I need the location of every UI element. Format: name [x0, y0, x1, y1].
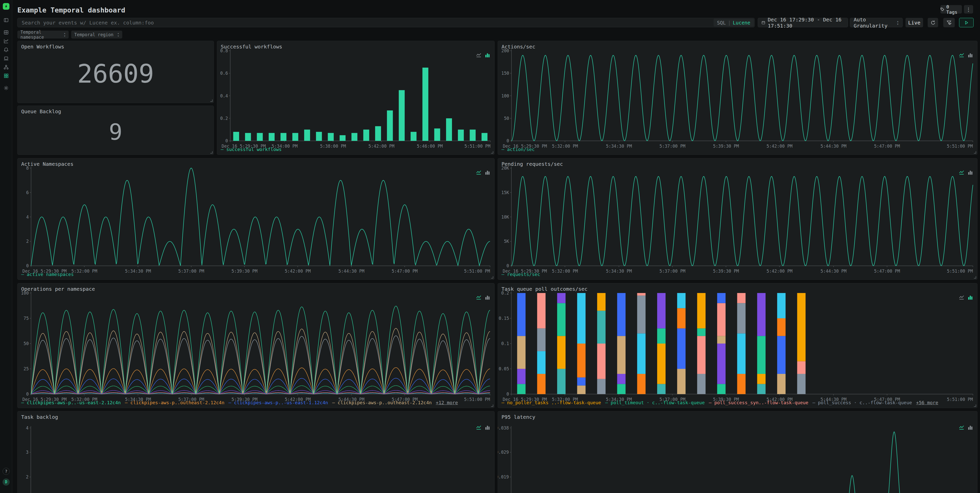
filter-button[interactable] [943, 18, 955, 27]
panel-task-queue-poll-outcomes: Task queue poll outcomes/sec 00.050.10.1… [498, 283, 977, 408]
multi-line-chart[interactable]: 0255075100Dec 16 5:29:30 PM5:32:00 PM5:3… [18, 283, 494, 408]
svg-text:5:34:30 PM: 5:34:30 PM [125, 269, 151, 274]
calendar-icon [762, 20, 765, 25]
search-input[interactable] [18, 18, 754, 27]
stat-value: 9 [18, 106, 213, 155]
panel-task-backlog: Task backlog 432 [18, 411, 495, 493]
svg-text:5:51:00 PM: 5:51:00 PM [947, 144, 973, 149]
chevron-updown-icon: ▴▾ [118, 32, 119, 38]
svg-text:5:47:00 PM: 5:47:00 PM [392, 269, 418, 274]
svg-text:5:37:00 PM: 5:37:00 PM [178, 269, 204, 274]
svg-text:5:51:00 PM: 5:51:00 PM [947, 397, 973, 402]
filter-funnel-icon [946, 20, 952, 25]
run-query-button[interactable] [959, 18, 974, 27]
live-button[interactable]: Live [905, 18, 923, 27]
tags-button[interactable]: 0 Tags [940, 5, 962, 14]
sidebar-share-nodes-icon[interactable] [3, 64, 9, 70]
svg-text:5:51:00 PM: 5:51:00 PM [947, 269, 973, 274]
svg-text:0: 0 [26, 392, 29, 396]
resize-handle[interactable] [974, 404, 976, 407]
refresh-button[interactable] [928, 18, 938, 27]
line-chart[interactable]: 050100150200Dec 16 5:29:30 PM5:32:00 PM5… [498, 41, 977, 155]
svg-text:5:37:00 PM: 5:37:00 PM [659, 269, 686, 274]
line-chart[interactable]: 0.0380.0290.019 [498, 411, 977, 493]
line-chart[interactable]: 02468Dec 16 5:29:30 PM5:32:00 PM5:34:30 … [18, 159, 494, 279]
svg-text:8: 8 [26, 165, 29, 171]
bar-chart[interactable]: 00.20.40.60.8Dec 16 5:29:30 PM5:34:00 PM… [217, 41, 494, 155]
help-icon[interactable]: ? [3, 468, 10, 475]
sidebar-chart-icon[interactable] [3, 38, 9, 44]
svg-text:5:42:00 PM: 5:42:00 PM [369, 144, 395, 149]
svg-text:5:51:00 PM: 5:51:00 PM [464, 397, 490, 402]
legend-item[interactable]: — active namespaces [21, 272, 74, 277]
resize-handle[interactable] [491, 151, 493, 154]
legend-more-link[interactable]: +56 more [916, 400, 939, 405]
svg-text:5:39:30 PM: 5:39:30 PM [713, 269, 739, 274]
sidebar-bell-icon[interactable] [3, 47, 9, 52]
resize-handle[interactable] [491, 276, 493, 279]
app-logo-icon[interactable] [3, 3, 10, 10]
filter-temporal-namespace[interactable]: Temporal namespace ▴▾ [18, 31, 68, 38]
svg-text:0.2: 0.2 [220, 116, 228, 121]
stat-value: 26609 [18, 41, 213, 103]
panel-operations-per-namespace: Operations per namespace 0255075100Dec 1… [18, 283, 495, 408]
line-chart[interactable]: 05K10K15K20KDec 16 5:29:30 PM5:32:00 PM5… [498, 159, 977, 279]
legend-item[interactable]: — successful workflows [221, 147, 282, 152]
stacked-bar-chart[interactable]: 00.050.10.150.2Dec 16 5:29:30 PM5:32:00 … [498, 283, 977, 408]
svg-text:5:39:30 PM: 5:39:30 PM [231, 269, 258, 274]
legend-item[interactable]: — clickpipes-aws-p..-us-east-1.12c4n [228, 400, 328, 405]
filter-temporal-region[interactable]: Temporal region ▴▾ [71, 31, 122, 38]
granularity-select[interactable]: Auto Granularity ▴▾ [850, 18, 903, 27]
legend-item[interactable]: — action/sec [501, 147, 535, 152]
legend-item[interactable]: — poll_timeout · c..-flow-task-queue [605, 400, 705, 405]
resize-handle[interactable] [974, 276, 976, 279]
svg-text:5K: 5K [504, 239, 509, 244]
query-mode-toggle[interactable]: SQL | Lucene [714, 19, 754, 27]
svg-text:100: 100 [501, 94, 509, 98]
svg-text:2: 2 [26, 474, 29, 479]
legend-more-link[interactable]: +12 more [436, 400, 458, 405]
svg-text:20K: 20K [501, 165, 509, 171]
resize-handle[interactable] [210, 100, 213, 102]
legend-item[interactable]: — poll_success · c..-flow-task-queue [812, 400, 912, 405]
svg-text:200: 200 [501, 48, 509, 53]
svg-text:5:51:00 PM: 5:51:00 PM [464, 269, 490, 274]
legend-item[interactable]: — clickpipes-aws-p..outheast-2.12c4n [125, 400, 224, 405]
panel-pending-requests: Pending requests/sec 05K10K15K20KDec 16 … [498, 158, 977, 280]
search-bar: SQL | Lucene [18, 18, 755, 27]
legend-item[interactable]: — requests/sec [501, 272, 540, 277]
svg-text:5:44:30 PM: 5:44:30 PM [821, 269, 846, 274]
resize-handle[interactable] [210, 151, 213, 154]
sidebar-settings-gear-icon[interactable] [3, 85, 9, 91]
svg-text:0.019: 0.019 [498, 474, 509, 479]
date-range-picker[interactable]: Dec 16 17:29:30 - Dec 16 17:51:30 [758, 18, 848, 27]
sidebar-grid-icon[interactable] [3, 30, 9, 35]
svg-text:0.05: 0.05 [499, 366, 509, 371]
sidebar-dashboards-icon[interactable] [3, 73, 9, 79]
resize-handle[interactable] [491, 404, 493, 407]
svg-text:5:32:00 PM: 5:32:00 PM [552, 144, 578, 149]
sidebar-laptop-icon[interactable] [3, 55, 9, 61]
kebab-icon: ⋮ [966, 6, 971, 12]
svg-text:5:38:00 PM: 5:38:00 PM [320, 144, 346, 149]
sidebar-panel-toggle-icon[interactable] [3, 17, 9, 23]
svg-text:5:37:00 PM: 5:37:00 PM [659, 144, 686, 149]
svg-text:3: 3 [26, 450, 29, 455]
user-avatar[interactable]: D [3, 479, 10, 486]
legend-item[interactable]: — clickpipes-aws-p..outheast-2.12c4n [332, 400, 431, 405]
chart-legend: — successful workflows [221, 147, 282, 152]
svg-text:5:32:00 PM: 5:32:00 PM [552, 269, 578, 274]
svg-text:0: 0 [506, 392, 509, 396]
legend-item[interactable]: — clickpipes-aws-p..-us-east-2.12c4n [21, 400, 121, 405]
legend-item[interactable]: — no_poller_tasks ..-flow-task-queue [501, 400, 601, 405]
svg-text:5:46:00 PM: 5:46:00 PM [417, 144, 443, 149]
resize-handle[interactable] [974, 151, 976, 154]
line-chart[interactable]: 432 [18, 411, 494, 493]
svg-text:5:34:30 PM: 5:34:30 PM [606, 144, 632, 149]
tag-icon [940, 7, 944, 11]
svg-text:25: 25 [24, 366, 29, 371]
svg-text:5:42:00 PM: 5:42:00 PM [767, 144, 792, 149]
legend-item[interactable]: — poll_success_syn..-flow-task-queue [709, 400, 808, 405]
svg-text:0.4: 0.4 [220, 94, 228, 98]
more-menu-button[interactable]: ⋮ [964, 5, 973, 14]
